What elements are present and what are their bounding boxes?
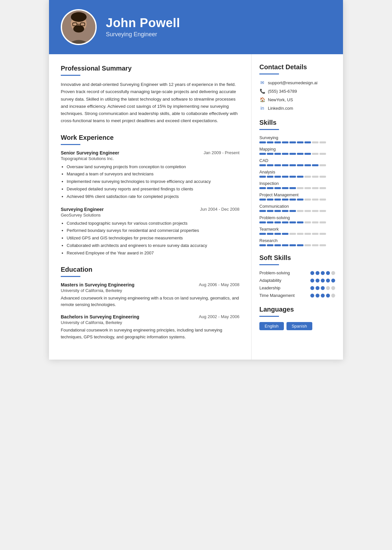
skill-dots — [310, 279, 335, 283]
linkedin-value: LinkedIn.com — [268, 106, 293, 111]
soft-skill-name: Adaptability — [259, 278, 295, 283]
skill-segment — [304, 221, 311, 223]
skill-dot — [331, 279, 335, 283]
work-title: Work Experience — [61, 134, 239, 141]
contact-phone: 📞 (555) 345-6789 — [259, 88, 335, 94]
skill-segment — [289, 153, 296, 155]
skill-dot — [321, 271, 325, 275]
skill-item: Mapping — [259, 147, 335, 155]
edu-degree: Bachelors in Surveying Engineering — [61, 314, 139, 319]
skill-segment — [289, 221, 296, 223]
skill-item: CAD — [259, 158, 335, 166]
skill-segment — [259, 199, 266, 201]
skill-name: Inspection — [259, 181, 335, 186]
skill-name: Mapping — [259, 147, 335, 152]
skill-segment — [259, 221, 266, 223]
skill-item: Research — [259, 238, 335, 246]
skills-underline — [259, 129, 279, 130]
side-column: Contact Details ✉ support@resumedesign.a… — [252, 54, 343, 360]
skill-segment — [259, 141, 266, 143]
contact-underline — [259, 73, 279, 74]
skill-dot — [321, 286, 325, 290]
skill-dot — [310, 279, 314, 283]
skill-segment — [319, 176, 326, 178]
skill-dots — [310, 294, 335, 298]
skill-segment — [289, 176, 296, 178]
job-bullet: Achieved 98% client satisfaction rate fo… — [67, 193, 239, 200]
skill-segment — [267, 199, 273, 201]
skill-segment — [304, 164, 311, 166]
skill-segment — [267, 164, 273, 166]
edu-description: Foundational coursework in surveying eng… — [61, 327, 239, 341]
skill-dot — [316, 271, 319, 275]
job-bullets: Conducted topographic surveys for variou… — [61, 220, 239, 257]
skill-dot — [321, 294, 325, 298]
email-icon: ✉ — [259, 80, 265, 86]
skill-dots — [310, 271, 335, 275]
skill-bar — [259, 233, 335, 235]
soft-skill-name: Leadership — [259, 285, 295, 290]
language-tag: English — [259, 322, 284, 330]
skill-segment — [282, 244, 288, 246]
soft-skills-underline — [259, 264, 279, 265]
skill-segment — [282, 153, 288, 155]
job-bullet: Oversaw land surveying projects from con… — [67, 164, 239, 170]
header-info: John Powell Surveying Engineer — [106, 16, 180, 38]
skill-segment — [304, 210, 311, 212]
skill-segment — [289, 187, 296, 189]
skill-segment — [319, 141, 326, 143]
job-company: Topographical Solutions Inc. — [61, 156, 239, 161]
skill-segment — [267, 187, 273, 189]
languages-section: Languages EnglishSpanish — [259, 306, 335, 330]
work-section: Work Experience Senior Surveying Enginee… — [61, 134, 239, 257]
contact-email: ✉ support@resumedesign.ai — [259, 80, 335, 86]
soft-skills-list: Problem-solving Adaptability Leadership … — [259, 270, 335, 298]
skill-item: Communication — [259, 204, 335, 212]
skill-name: CAD — [259, 158, 335, 163]
skill-bar — [259, 199, 335, 201]
skill-segment — [297, 244, 303, 246]
work-underline — [61, 144, 80, 145]
skill-segment — [304, 244, 311, 246]
skill-segment — [289, 210, 296, 212]
skill-segment — [312, 141, 318, 143]
skill-segment — [312, 221, 318, 223]
education-section: Education Masters in Surveying Engineeri… — [61, 266, 239, 341]
skill-name: Surveying — [259, 135, 335, 140]
header-title: Surveying Engineer — [106, 31, 180, 38]
edu-underline — [61, 276, 80, 277]
summary-text: Innovative and detail-oriented Surveying… — [61, 81, 239, 125]
edu-header: Bachelors in Surveying Engineering Aug 2… — [61, 314, 239, 319]
skill-segment — [259, 244, 266, 246]
skill-segment — [282, 176, 288, 178]
skill-bar — [259, 141, 335, 143]
skill-bar — [259, 221, 335, 223]
skill-segment — [267, 153, 273, 155]
soft-skill-item: Time Management — [259, 293, 335, 298]
job-title: Senior Surveying Engineer — [61, 150, 119, 155]
edu-school: University of California, Berkeley — [61, 320, 239, 325]
job-bullet: Received Employee of the Year award in 2… — [67, 250, 239, 257]
job-bullets: Oversaw land surveying projects from con… — [61, 164, 239, 200]
svg-point-3 — [71, 12, 87, 22]
jobs-list: Senior Surveying Engineer Jan 2009 - Pre… — [61, 150, 239, 257]
phone-value: (555) 345-6789 — [268, 89, 297, 94]
soft-skill-item: Problem-solving — [259, 270, 335, 275]
skill-dot — [326, 279, 330, 283]
job-bullet: Conducted topographic surveys for variou… — [67, 220, 239, 227]
skill-bar — [259, 153, 335, 155]
skill-dot — [326, 271, 330, 275]
skill-segment — [297, 187, 303, 189]
job-dates: Jan 2009 - Present — [204, 150, 239, 155]
edu-header: Masters in Surveying Engineering Aug 200… — [61, 282, 239, 287]
skill-segment — [274, 244, 281, 246]
edu-item: Bachelors in Surveying Engineering Aug 2… — [61, 314, 239, 341]
skill-name: Research — [259, 238, 335, 243]
skill-name: Problem-solving — [259, 215, 335, 220]
job-dates: Jun 2004 - Dec 2008 — [200, 207, 239, 212]
skill-segment — [312, 164, 318, 166]
main-column: Professional Summary Innovative and deta… — [49, 54, 252, 360]
skill-segment — [312, 187, 318, 189]
job-bullet: Implemented new surveying technologies t… — [67, 178, 239, 185]
skill-segment — [259, 187, 266, 189]
